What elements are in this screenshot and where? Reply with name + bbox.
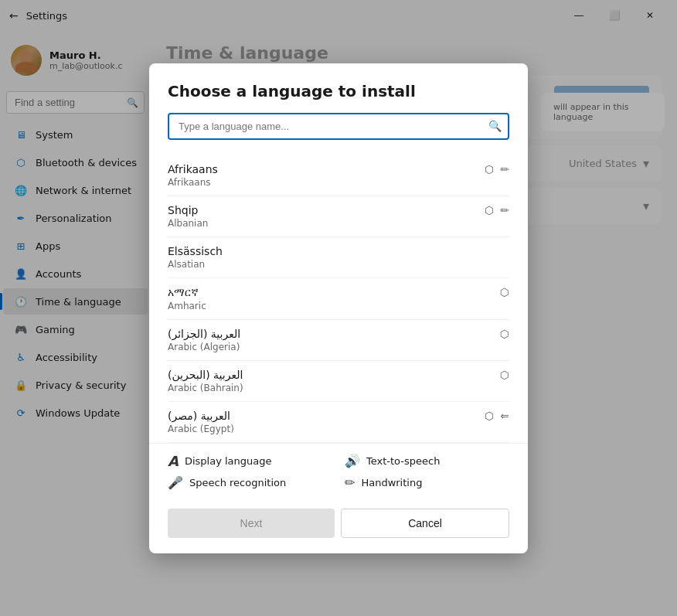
feature-text-to-speech: 🔊 Text-to-speech (345, 453, 509, 469)
feature-speech-recognition: 🎤 Speech recognition (168, 475, 332, 490)
language-list: Afrikaans ⬡ ✏ Afrikaans Shqip ⬡ ✏ Albani (149, 155, 528, 443)
list-item[interactable]: Shqip ⬡ ✏ Albanian (168, 196, 509, 237)
list-item[interactable]: العربية (البحرين) ⬡ Arabic (Bahrain) (168, 361, 509, 402)
dialog-search-icon: 🔍 (488, 120, 502, 132)
lang-item-icons: ⬡ (500, 369, 509, 381)
lang-item-icons: ⬡ ✏ (485, 204, 509, 216)
text-icon: ⬡ (500, 369, 509, 381)
lang-item-header: العربية (مصر) ⬡ ⇐ (168, 410, 509, 422)
lang-item-header: Elsässisch (168, 245, 509, 257)
lang-english-name: Alsatian (168, 259, 509, 270)
lang-native-name: Afrikaans (168, 163, 218, 175)
lang-native-name: Shqip (168, 204, 198, 216)
lang-english-name: Arabic (Egypt) (168, 424, 509, 434)
handwriting-icon: ✏ (500, 204, 509, 216)
text-icon: ⬡ (500, 286, 509, 298)
feature-label: Display language (185, 455, 272, 467)
lang-native-name: العربية (البحرين) (168, 369, 243, 381)
speech-recognition-icon: 🎤 (168, 475, 183, 490)
feature-handwriting: ✏ Handwriting (345, 475, 509, 490)
lang-native-name: Elsässisch (168, 245, 223, 257)
list-item[interactable]: العربية (الجزائر) ⬡ Arabic (Algeria) (168, 320, 509, 361)
lang-english-name: Arabic (Algeria) (168, 342, 509, 352)
lang-item-header: Shqip ⬡ ✏ (168, 204, 509, 216)
lang-item-header: العربية (البحرين) ⬡ (168, 369, 509, 381)
lang-item-icons: ⬡ (500, 286, 509, 298)
dialog-search-input[interactable] (168, 113, 509, 140)
lang-native-name: العربية (الجزائر) (168, 328, 240, 340)
dialog-footer: Next Cancel (149, 499, 528, 553)
lang-item-icons: ⬡ ⇐ (485, 410, 509, 422)
lang-english-name: Amharic (168, 301, 509, 311)
list-item[interactable]: Afrikaans ⬡ ✏ Afrikaans (168, 155, 509, 196)
lang-english-name: Afrikaans (168, 177, 509, 188)
settings-window: ← Settings — ⬜ ✕ Mauro H. m_lab@outlook.… (0, 0, 677, 616)
feature-display-language: A Display language (168, 453, 332, 469)
lang-item-header: Afrikaans ⬡ ✏ (168, 163, 509, 175)
feature-label: Speech recognition (189, 477, 286, 488)
rtl-icon: ⇐ (500, 410, 509, 422)
text-icon: ⬡ (500, 328, 509, 340)
text-to-speech-icon: 🔊 (345, 454, 360, 468)
lang-item-icons: ⬡ ✏ (485, 163, 509, 175)
dialog-features: A Display language 🔊 Text-to-speech 🎤 Sp… (149, 443, 528, 499)
handwriting-feature-icon: ✏ (345, 475, 355, 490)
feature-label: Handwriting (361, 477, 422, 488)
lang-native-name: አማርኛ (168, 286, 199, 299)
list-item[interactable]: Elsässisch Alsatian (168, 237, 509, 278)
dialog-header: Choose a language to install 🔍 (149, 63, 528, 155)
dialog-search: 🔍 (168, 113, 509, 140)
dialog-title: Choose a language to install (168, 82, 509, 100)
lang-english-name: Albanian (168, 218, 509, 229)
lang-english-name: Arabic (Bahrain) (168, 383, 509, 393)
display-language-icon: A (168, 453, 179, 469)
lang-item-header: العربية (الجزائر) ⬡ (168, 328, 509, 340)
text-icon: ⬡ (485, 163, 494, 175)
handwriting-icon: ✏ (500, 163, 509, 175)
lang-item-header: አማርኛ ⬡ (168, 286, 509, 299)
list-item[interactable]: العربية (مصر) ⬡ ⇐ Arabic (Egypt) (168, 402, 509, 443)
lang-native-name: العربية (مصر) (168, 410, 230, 422)
next-button[interactable]: Next (168, 509, 335, 538)
text-icon: ⬡ (485, 410, 494, 422)
language-install-dialog: Choose a language to install 🔍 Afrikaans… (149, 63, 528, 553)
cancel-button[interactable]: Cancel (341, 509, 509, 538)
list-item[interactable]: አማርኛ ⬡ Amharic (168, 278, 509, 320)
lang-item-icons: ⬡ (500, 328, 509, 340)
feature-label: Text-to-speech (366, 455, 440, 467)
text-icon: ⬡ (485, 204, 494, 216)
